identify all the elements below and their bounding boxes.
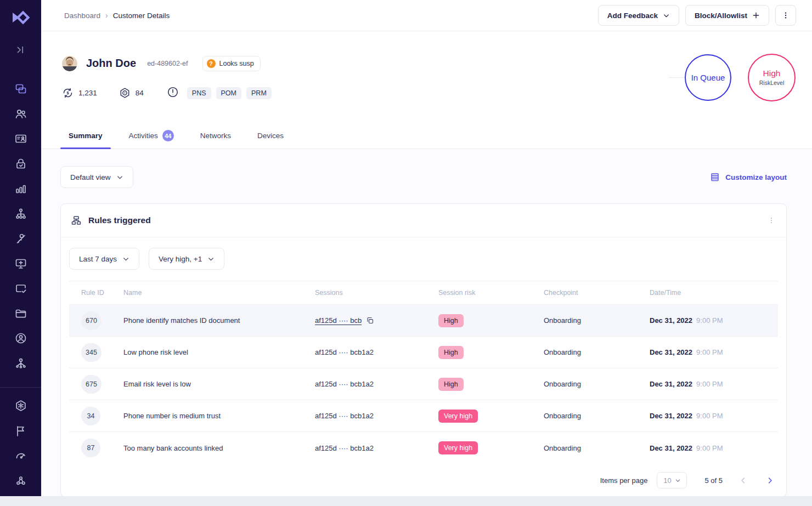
rules-table: Rule IDNameSessionsSession riskCheckpoin… — [61, 281, 786, 464]
sidebar-item-screens-icon[interactable] — [14, 82, 27, 95]
block-allowlist-button[interactable]: Block/Allowlist — [685, 5, 769, 26]
column-header: Checkpoint — [544, 289, 650, 297]
sidebar-item-hierarchy-icon[interactable] — [14, 207, 27, 220]
sidebar-item-lock-check-icon[interactable] — [14, 157, 27, 170]
customer-tags: PNSPOMPRM — [187, 87, 272, 99]
tab-networks[interactable]: Networks — [192, 123, 239, 149]
risk-level-caption: RiskLevel — [759, 79, 785, 86]
checkpoint: Onboarding — [544, 380, 650, 388]
column-header: Name — [123, 289, 315, 297]
customize-layout-link[interactable]: Customize layout — [710, 172, 787, 182]
customer-tag: POM — [216, 87, 241, 99]
table-row[interactable]: 675 Email risk level is low af125d ···· … — [69, 368, 778, 400]
card-title: Rules triggered — [88, 215, 151, 225]
sidebar-item-user-network-icon[interactable] — [14, 357, 27, 370]
next-page-icon[interactable] — [766, 476, 774, 485]
tab-count-badge: 44 — [162, 130, 174, 141]
customer-id: ed-489602-ef — [147, 60, 188, 67]
sidebar-item-screen-add-icon[interactable] — [14, 257, 27, 270]
table-filters: Last 7 daysVery high, +1 — [61, 237, 786, 281]
chevron-down-icon — [663, 12, 670, 19]
breadcrumb-chevron-icon: › — [105, 11, 108, 20]
rule-time: 9:00 PM — [696, 412, 723, 420]
sidebar-item-folder-icon[interactable] — [14, 307, 27, 320]
filter-chip[interactable]: Last 7 days — [69, 248, 139, 270]
looks-susp-badge[interactable]: ? Looks susp — [202, 56, 261, 71]
sidebar-divider — [0, 387, 41, 388]
table-row[interactable]: 34 Phone number is medium trust af125d ·… — [69, 400, 778, 432]
looks-susp-label: Looks susp — [219, 60, 254, 67]
queue-status-circle: In Queue — [685, 54, 731, 101]
sidebar-item-users-icon[interactable] — [14, 107, 27, 121]
filter-label: Last 7 days — [79, 255, 117, 263]
content-area: Default view Customize layout Rules trig… — [41, 149, 812, 506]
app-logo-icon[interactable] — [11, 5, 31, 30]
sidebar-item-gauge-icon[interactable] — [14, 449, 27, 462]
sidebar-item-bar-chart-icon[interactable] — [14, 182, 27, 195]
more-actions-button[interactable] — [775, 5, 796, 26]
checkpoint: Onboarding — [544, 412, 650, 420]
customer-name: John Doe — [86, 57, 136, 70]
app-window: Dashboard › Customer Details Add Feedbac… — [0, 0, 812, 506]
chevron-down-icon — [122, 255, 129, 263]
kebab-icon — [781, 11, 790, 20]
copy-icon[interactable] — [366, 316, 374, 325]
view-selector[interactable]: Default view — [60, 166, 133, 188]
sidebar-item-folder-check-icon[interactable] — [14, 282, 27, 295]
previous-page-icon[interactable] — [739, 476, 747, 485]
table-row[interactable]: 670 Phone identify matches ID document a… — [69, 305, 778, 337]
sidebar-item-user-block-icon[interactable] — [14, 232, 27, 245]
rule-name: Phone number is medium trust — [123, 412, 315, 420]
rule-id-badge: 87 — [81, 439, 100, 457]
pagination: Items per page 10 5 of 5 — [61, 464, 786, 497]
rule-time: 9:00 PM — [696, 444, 723, 452]
card-kebab-icon[interactable] — [768, 217, 775, 224]
table-row[interactable]: 345 Low phone risk level af125d ···· bcb… — [69, 337, 778, 368]
rules-icon — [71, 215, 82, 226]
rule-time: 9:00 PM — [696, 316, 723, 325]
customer-header: John Doe ed-489602-ef ? Looks susp $ 1,2… — [41, 31, 812, 123]
customer-tag: PNS — [187, 87, 211, 99]
main-area: Dashboard › Customer Details Add Feedbac… — [41, 0, 812, 506]
chevron-down-icon — [207, 255, 215, 263]
session-risk-badge: High — [438, 346, 464, 359]
sidebar-item-wheel-icon[interactable] — [14, 399, 27, 412]
tab-devices[interactable]: Devices — [249, 123, 292, 149]
sidebar-item-id-card-icon[interactable] — [14, 132, 27, 145]
filter-chip[interactable]: Very high, +1 — [149, 248, 224, 270]
chevron-down-icon — [116, 174, 123, 181]
chevron-down-icon — [675, 477, 681, 484]
breadcrumb-dashboard[interactable]: Dashboard — [64, 12, 100, 20]
breadcrumb: Dashboard › Customer Details — [64, 11, 170, 20]
rule-date: Dec 31, 2022 — [650, 348, 692, 356]
risk-level-value: High — [763, 69, 781, 78]
sidebar-nav — [0, 82, 41, 499]
rule-name: Low phone risk level — [123, 348, 315, 356]
session-id: af125d ···· bcb1a2 — [315, 412, 374, 420]
checkpoint: Onboarding — [544, 316, 650, 325]
session-link[interactable]: af125d ···· bcb — [315, 316, 362, 325]
per-page-select[interactable]: 10 — [657, 472, 687, 488]
expand-sidebar-icon[interactable] — [15, 44, 27, 57]
rule-id-badge: 670 — [81, 311, 101, 330]
window-bottom-edge — [0, 496, 812, 506]
session-id: af125d ···· bcb1a2 — [315, 444, 374, 452]
tab-activities[interactable]: Activities44 — [121, 123, 182, 149]
table-row[interactable]: 87 Too many bank accounts linked af125d … — [69, 432, 778, 464]
sidebar-item-user-circle-icon[interactable] — [14, 332, 27, 345]
block-allowlist-label: Block/Allowlist — [695, 12, 747, 20]
customize-layout-label: Customize layout — [725, 173, 787, 181]
add-feedback-button[interactable]: Add Feedback — [598, 5, 679, 26]
sidebar-item-flag-icon[interactable] — [14, 424, 27, 437]
sidebar-item-nodes-icon[interactable] — [14, 474, 27, 487]
customer-tag: PRM — [246, 87, 272, 99]
view-selector-label: Default view — [70, 173, 111, 181]
score-value: 84 — [136, 89, 144, 97]
hexagon-target-icon — [119, 87, 131, 99]
checkpoint: Onboarding — [544, 444, 650, 452]
table-body: 670 Phone identify matches ID document a… — [69, 305, 778, 464]
items-per-page-label: Items per page — [600, 476, 648, 485]
layout-icon — [710, 172, 720, 182]
tab-summary[interactable]: Summary — [60, 123, 111, 149]
question-icon: ? — [207, 59, 216, 68]
